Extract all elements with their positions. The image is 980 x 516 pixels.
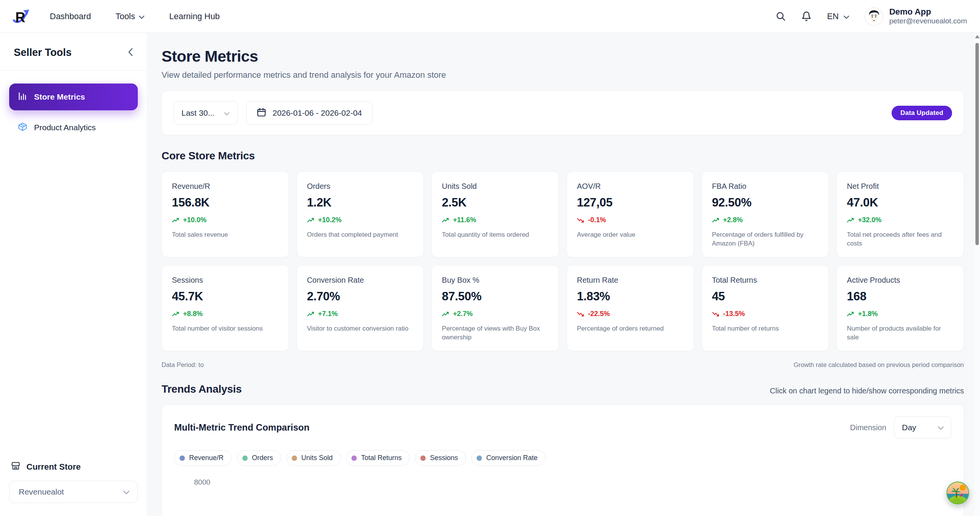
metric-value: 1.83%	[577, 290, 684, 303]
metric-label: Orders	[307, 182, 414, 191]
metric-trend: +2.7%	[442, 310, 549, 318]
search-icon[interactable]	[776, 11, 786, 21]
legend-item-revenue[interactable]: Revenue/R	[174, 450, 232, 466]
status-badge: Data Updated	[892, 106, 952, 120]
chevron-down-icon	[224, 108, 230, 118]
data-period-note: Data Period: to	[162, 361, 204, 369]
metric-value: 2.5K	[442, 196, 549, 210]
metric-description: Visitor to customer conversion ratio	[307, 324, 414, 333]
store-name: Revenuealot	[19, 487, 64, 496]
legend-dot	[180, 455, 185, 461]
metric-value: 156.8K	[172, 196, 279, 210]
trend-down-icon	[712, 311, 720, 317]
scrollbar-thumb[interactable]	[975, 43, 979, 245]
trend-up-icon	[847, 311, 854, 317]
metric-description: Percentage of orders returned	[577, 324, 684, 333]
metric-label: Units Sold	[442, 182, 549, 191]
metric-value: 2.70%	[307, 290, 414, 303]
metric-description: Number of products available for sale	[847, 324, 954, 342]
top-navbar: R Dashboard Tools Learning Hub EN	[0, 0, 980, 33]
scrollbar-track[interactable]	[974, 33, 980, 516]
legend-item-units-sold[interactable]: Units Sold	[286, 450, 341, 466]
metric-card-buy-box: Buy Box % 87.50% +2.7% Percentage of vie…	[431, 265, 559, 351]
legend-item-orders[interactable]: Orders	[237, 450, 281, 466]
user-name: Demo App	[889, 7, 967, 16]
trends-heading: Trends Analysis	[162, 383, 242, 395]
metric-trend: +11.6%	[442, 216, 549, 224]
metric-trend: +1.8%	[847, 310, 954, 318]
trend-up-icon	[712, 218, 720, 223]
metric-description: Total number of visitor sessions	[172, 324, 279, 333]
metric-trend: -0.1%	[577, 216, 684, 224]
chart-legend: Revenue/R Orders Units Sold Total Return…	[174, 450, 951, 466]
sidebar-item-store-metrics[interactable]: Store Metrics	[9, 84, 138, 110]
metric-label: Buy Box %	[442, 276, 549, 285]
metric-trend: +8.8%	[172, 310, 279, 318]
store-selector[interactable]: Revenuealot	[9, 481, 138, 503]
trend-up-icon	[847, 218, 854, 223]
date-range-picker[interactable]: 2026-01-06 - 2026-02-04	[246, 101, 372, 125]
app-logo[interactable]: R	[11, 7, 31, 26]
trend-down-icon	[577, 311, 585, 317]
metric-value: 92.50%	[712, 196, 819, 210]
legend-dot	[477, 455, 482, 461]
metric-card-sessions: Sessions 45.7K +8.8% Total number of vis…	[162, 265, 289, 351]
user-email: peter@revenuealot.com	[889, 17, 967, 26]
metric-card-total-returns: Total Returns 45 -13.5% Total number of …	[702, 265, 829, 351]
metric-description: Percentage of orders fulfilled by Amazon…	[712, 231, 819, 248]
nav-learning-hub[interactable]: Learning Hub	[169, 11, 220, 21]
trend-down-icon	[577, 218, 585, 223]
dimension-select[interactable]: Day	[894, 416, 951, 439]
metric-trend: +32.0%	[847, 216, 954, 224]
trend-up-icon	[307, 311, 315, 317]
main-nav: Dashboard Tools Learning Hub	[50, 11, 220, 21]
tropical-island-widget-button[interactable]	[946, 481, 970, 505]
bell-icon[interactable]	[801, 11, 812, 21]
metric-value: 47.0K	[847, 196, 954, 210]
core-metrics-heading: Core Store Metrics	[162, 150, 964, 162]
metric-trend: +10.2%	[307, 216, 414, 224]
metric-description: Average order value	[577, 231, 684, 239]
legend-dot	[242, 455, 248, 461]
page-subtitle: View detailed performance metrics and tr…	[162, 70, 964, 80]
nav-tools[interactable]: Tools	[116, 11, 145, 21]
user-menu[interactable]: Demo App peter@revenuealot.com	[865, 7, 967, 25]
growth-note: Growth rate calculated based on previous…	[794, 361, 964, 369]
nav-dashboard[interactable]: Dashboard	[50, 11, 91, 21]
metric-trend: -22.5%	[577, 310, 684, 318]
language-selector[interactable]: EN	[827, 11, 849, 21]
sidebar-item-product-analytics[interactable]: Product Analytics	[9, 115, 138, 140]
scrollbar-up-arrow-icon[interactable]	[975, 35, 980, 38]
package-icon	[18, 122, 28, 134]
metric-trend: -13.5%	[712, 310, 819, 318]
metric-card-active-products: Active Products 168 +1.8% Number of prod…	[836, 265, 964, 351]
metric-description: Total sales revenue	[172, 231, 279, 239]
trend-chart-card: Multi-Metric Trend Comparison Dimension …	[162, 405, 964, 516]
chevron-down-icon	[938, 423, 944, 432]
sidebar-collapse-button[interactable]	[128, 48, 133, 58]
metric-card-orders: Orders 1.2K +10.2% Orders that completed…	[297, 171, 424, 257]
metric-card-units-sold: Units Sold 2.5K +11.6% Total quantity of…	[431, 171, 559, 257]
current-store-label: Current Store	[26, 462, 81, 472]
chevron-down-icon	[123, 487, 130, 496]
divider	[0, 70, 147, 70]
metric-label: Active Products	[847, 276, 954, 285]
legend-item-total-returns[interactable]: Total Returns	[346, 450, 410, 466]
date-range-preset-select[interactable]: Last 30...	[173, 101, 238, 125]
metric-description: Percentage of views with Buy Box ownersh…	[442, 324, 549, 342]
metric-value: 45.7K	[172, 290, 279, 303]
page-title: Store Metrics	[162, 48, 964, 66]
metric-label: FBA Ratio	[712, 182, 819, 191]
legend-dot	[420, 455, 426, 461]
legend-hint: Click on chart legend to hide/show corre…	[770, 387, 964, 395]
metric-value: 127,05	[577, 196, 684, 210]
metric-label: Revenue/R	[172, 182, 279, 191]
bar-chart-icon	[18, 91, 28, 103]
trend-up-icon	[172, 218, 180, 223]
legend-item-sessions[interactable]: Sessions	[415, 450, 466, 466]
trend-up-icon	[172, 311, 180, 317]
chart-title: Multi-Metric Trend Comparison	[174, 422, 309, 433]
metric-value: 45	[712, 290, 819, 303]
trend-up-icon	[442, 218, 449, 223]
legend-item-conversion-rate[interactable]: Conversion Rate	[471, 450, 546, 466]
